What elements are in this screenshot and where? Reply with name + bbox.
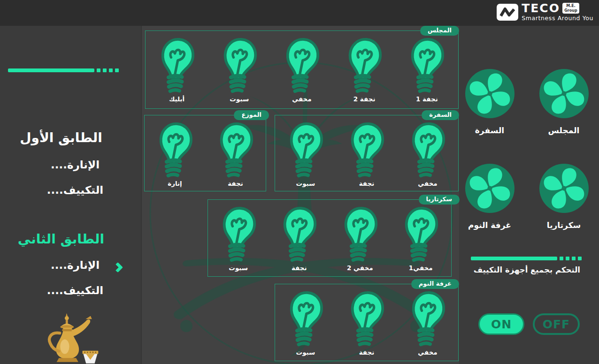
lightbulb-icon xyxy=(286,290,325,348)
light-toggle-hidden1[interactable]: مخفي1 xyxy=(401,205,440,272)
teco-zigzag-icon xyxy=(497,4,518,21)
light-toggle-spot[interactable]: سبوت xyxy=(219,205,258,272)
sidebar-divider xyxy=(8,68,119,72)
light-label: سبوت xyxy=(229,264,248,272)
lightbulb-icon xyxy=(157,37,197,95)
light-toggle-lighting[interactable]: إنارة xyxy=(155,121,195,187)
brand-logo: TECO M.E. Group Smartness Around You xyxy=(497,2,593,22)
fan-label: السفرة xyxy=(475,126,504,135)
lightbulb-icon xyxy=(408,290,447,348)
light-label: إنارة xyxy=(168,180,182,187)
group-name-badge: السفرة xyxy=(422,110,459,120)
smart-home-control-app: TECO M.E. Group Smartness Around You الط… xyxy=(0,0,599,364)
light-label: أبليك xyxy=(169,95,184,103)
ac-section-divider xyxy=(471,257,582,260)
lightbulb-icon xyxy=(220,37,259,95)
fan-majlis[interactable]: المجلس xyxy=(534,69,593,135)
light-toggle-spot[interactable]: سبوت xyxy=(286,121,325,187)
light-toggle-hidden[interactable]: مخفي xyxy=(408,290,447,356)
fan-label: غرفة النوم xyxy=(468,220,511,230)
light-toggle-chandelier2[interactable]: نجفة 2 xyxy=(345,37,384,103)
nav-floor1-title[interactable]: الطابق الأول xyxy=(9,130,113,145)
lightbulb-icon xyxy=(279,205,319,264)
lightbulb-icon xyxy=(219,205,258,264)
light-label: مخفي1 xyxy=(409,264,433,272)
nav-floor2-ac[interactable]: التكييف.... xyxy=(28,284,122,296)
light-label: نجفة xyxy=(292,264,307,272)
fan-label: المجلس xyxy=(548,126,580,135)
fan-icon xyxy=(465,164,515,213)
group-name-badge: الموزع xyxy=(234,110,269,120)
light-toggle-spot[interactable]: سبوت xyxy=(220,37,259,103)
lightbulb-icon xyxy=(407,37,446,95)
lightbulb-icon xyxy=(340,205,380,264)
fan-secretariat[interactable]: سكرتاريا xyxy=(534,164,593,230)
brand-badge: M.E. Group xyxy=(562,3,579,13)
nav-floor1-ac[interactable]: التكييف.... xyxy=(28,184,122,196)
fan-bedroom[interactable]: غرفة النوم xyxy=(460,164,519,230)
lightbulb-icon xyxy=(216,121,255,179)
brand-name: TECO xyxy=(522,2,560,14)
nav-floor2-lighting[interactable]: الإنارة.... xyxy=(28,259,122,271)
lightbulb-icon xyxy=(401,205,440,264)
group-name-badge: سكرتاريا xyxy=(419,195,460,205)
light-label: مخفي xyxy=(292,95,311,103)
light-toggle-hidden[interactable]: مخفي xyxy=(282,37,322,103)
light-label: نجفة 1 xyxy=(416,95,438,103)
light-label: نجفة 2 xyxy=(353,95,376,103)
light-label: نجفة xyxy=(359,180,375,187)
light-toggle-chandelier[interactable]: نجفة xyxy=(279,205,319,272)
coffee-pot-icon xyxy=(39,312,102,364)
nav-floor2-title[interactable]: الطابق الثاني xyxy=(9,231,113,247)
fan-icon xyxy=(539,164,589,213)
fan-icon xyxy=(539,69,589,118)
fan-dining[interactable]: السفرة xyxy=(460,69,519,135)
nav-floor1-lighting[interactable]: الإنارة.... xyxy=(28,159,122,171)
light-label: سبوت xyxy=(296,349,315,356)
light-toggle-ablique[interactable]: أبليك xyxy=(157,37,197,103)
light-toggle-chandelier[interactable]: نجفة xyxy=(347,121,386,187)
fan-icon xyxy=(465,69,515,118)
light-toggle-spot[interactable]: سبوت xyxy=(286,290,325,356)
light-label: سبوت xyxy=(296,180,315,187)
light-label: مخفي 2 xyxy=(347,264,373,272)
light-label: سبوت xyxy=(230,95,249,103)
light-label: مخفي xyxy=(418,349,437,356)
brand-tagline: Smartness Around You xyxy=(522,15,593,22)
light-group-secretariat: سكرتاريا سبوت نجفة مخفي 2 مخفي1 xyxy=(207,199,452,277)
lighting-panel: المجلس أبليك سبوت مخفي نجفة 2 xyxy=(141,26,459,364)
fan-label: سكرتاريا xyxy=(547,220,581,230)
topbar: TECO M.E. Group Smartness Around You xyxy=(0,0,599,26)
lightbulb-icon xyxy=(155,121,195,179)
light-toggle-hidden2[interactable]: مخفي 2 xyxy=(340,205,380,272)
floor-nav-sidebar: الطابق الأول الإنارة.... التكييف.... الط… xyxy=(0,26,141,364)
ac-all-off-button[interactable]: OFF xyxy=(533,313,580,335)
light-group-bedroom: غرفة النوم سبوت نجفة مخفي xyxy=(275,284,459,361)
light-toggle-chandelier[interactable]: نجفة xyxy=(347,290,386,356)
group-name-badge: المجلس xyxy=(420,26,459,36)
lightbulb-icon xyxy=(408,121,447,179)
light-toggle-hidden[interactable]: مخفي xyxy=(408,121,447,187)
lightbulb-icon xyxy=(345,37,384,95)
light-group-majlis: المجلس أبليك سبوت مخفي نجفة 2 xyxy=(145,30,459,109)
light-group-dining: السفرة سبوت نجفة مخفي xyxy=(275,115,459,191)
ac-all-on-button[interactable]: ON xyxy=(478,313,524,335)
light-label: نجفة xyxy=(228,180,243,187)
lightbulb-icon xyxy=(347,121,386,179)
lightbulb-icon xyxy=(286,121,325,179)
lightbulb-icon xyxy=(347,290,386,348)
light-group-distributor: الموزع إنارة نجفة xyxy=(144,115,266,191)
light-label: مخفي xyxy=(418,180,437,187)
lightbulb-icon xyxy=(282,37,322,95)
light-label: نجفة xyxy=(359,349,375,356)
ac-all-control-title: التحكم بجميع أجهزة التكييف xyxy=(465,265,580,274)
group-name-badge: غرفة النوم xyxy=(411,279,459,289)
ac-panel: السفرة المجلس غرفة النوم سكرتاريا التحكم… xyxy=(459,26,599,364)
light-toggle-chandelier[interactable]: نجفة xyxy=(216,121,255,187)
light-toggle-chandelier1[interactable]: نجفة 1 xyxy=(407,37,446,103)
